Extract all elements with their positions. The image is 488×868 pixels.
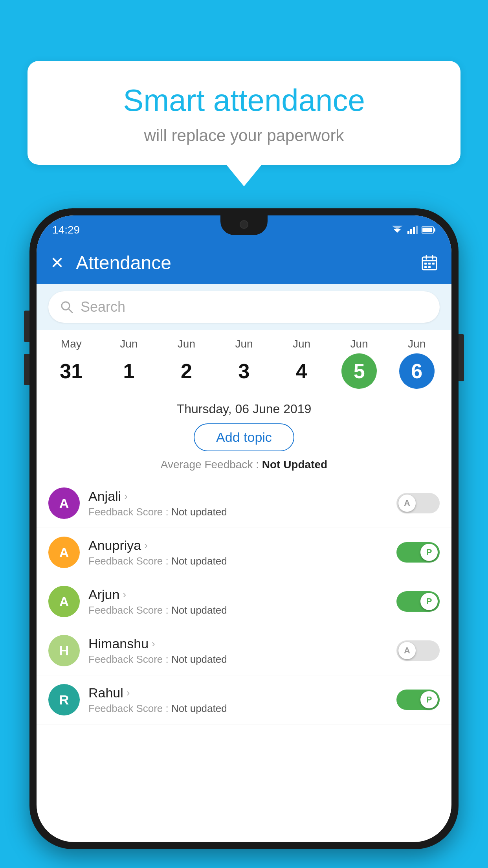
wifi-icon [391,226,404,234]
toggle-knob-3: A [398,642,416,659]
chevron-icon-1: › [144,539,148,552]
attendance-toggle-3[interactable]: A [396,640,440,661]
svg-line-19 [68,309,72,313]
toggle-knob-2: P [420,593,438,610]
add-topic-button[interactable]: Add topic [194,423,294,451]
calendar-icon[interactable] [421,254,438,271]
avg-feedback-value: Not Updated [262,458,327,471]
search-icon [60,300,73,314]
student-feedback-3: Feedback Score : Not updated [88,653,388,666]
phone-screen: 14:29 [37,215,451,842]
date-day-0: 31 [53,353,89,389]
svg-rect-15 [432,263,435,265]
student-feedback-1: Feedback Score : Not updated [88,555,388,567]
feedback-value-0: Not updated [171,506,227,518]
student-item-2[interactable]: AArjun ›Feedback Score : Not updatedP [37,577,451,626]
attendance-toggle-4[interactable]: P [396,690,440,710]
date-day-5: 5 [341,353,377,389]
svg-rect-4 [413,227,415,234]
speech-bubble: Smart attendance will replace your paper… [28,61,460,165]
attendance-toggle-1[interactable]: P [396,542,440,563]
chevron-icon-4: › [127,687,130,699]
svg-rect-3 [410,229,412,234]
svg-rect-5 [416,226,418,234]
search-bar[interactable]: Search [48,291,440,323]
avg-feedback: Average Feedback : Not Updated [48,458,440,471]
date-day-3: 3 [226,353,262,389]
date-month-0: May [61,338,82,350]
student-info-4: Rahul ›Feedback Score : Not updated [88,685,388,715]
battery-icon [422,226,436,234]
date-item-1[interactable]: Jun1 [111,338,147,389]
student-info-2: Arjun ›Feedback Score : Not updated [88,587,388,616]
chevron-icon-3: › [152,638,155,650]
date-month-1: Jun [120,338,138,350]
attendance-toggle-0[interactable]: A [396,493,440,513]
svg-rect-7 [434,228,435,232]
feedback-value-1: Not updated [171,555,227,567]
student-name-3: Himanshu › [88,636,388,651]
attendance-toggle-2[interactable]: P [396,591,440,612]
camera [240,220,248,229]
status-icons [391,226,436,234]
close-button[interactable]: ✕ [50,253,64,272]
date-item-2[interactable]: Jun2 [169,338,204,389]
student-feedback-0: Feedback Score : Not updated [88,506,388,518]
chevron-icon-2: › [123,588,126,601]
student-avatar-4: R [48,684,80,715]
date-strip: May31Jun1Jun2Jun3Jun4Jun5Jun6 [37,330,451,393]
student-avatar-0: A [48,487,80,519]
svg-marker-1 [392,226,403,230]
student-name-4: Rahul › [88,685,388,701]
feedback-value-2: Not updated [171,604,227,616]
feedback-value-3: Not updated [171,653,227,665]
student-item-0[interactable]: AAnjali ›Feedback Score : Not updatedA [37,479,451,528]
app-bar: ✕ Attendance [37,241,451,284]
student-list: AAnjali ›Feedback Score : Not updatedAAA… [37,479,451,725]
student-item-4[interactable]: RRahul ›Feedback Score : Not updatedP [37,675,451,725]
date-month-3: Jun [235,338,253,350]
student-item-3[interactable]: HHimanshu ›Feedback Score : Not updatedA [37,626,451,675]
student-item-1[interactable]: AAnupriya ›Feedback Score : Not updatedP [37,528,451,577]
date-item-3[interactable]: Jun3 [226,338,262,389]
date-month-4: Jun [293,338,310,350]
phone-outer: 14:29 [29,208,459,849]
date-day-2: 2 [169,353,204,389]
toggle-knob-4: P [420,691,438,708]
speech-bubble-title: Smart attendance [51,83,437,118]
date-item-0[interactable]: May31 [53,338,89,389]
student-avatar-1: A [48,537,80,568]
toggle-knob-1: P [420,544,438,561]
student-feedback-4: Feedback Score : Not updated [88,702,388,715]
date-month-6: Jun [408,338,426,350]
student-avatar-2: A [48,586,80,617]
search-input-placeholder: Search [81,299,125,315]
speech-bubble-container: Smart attendance will replace your paper… [28,61,460,186]
speech-bubble-subtitle: will replace your paperwork [51,126,437,145]
avg-feedback-label: Average Feedback : [161,458,262,471]
student-info-3: Himanshu ›Feedback Score : Not updated [88,636,388,666]
date-item-5[interactable]: Jun5 [341,338,377,389]
date-month-5: Jun [350,338,368,350]
search-bar-container: Search [37,284,451,330]
svg-rect-14 [428,263,431,265]
signal-icon [407,226,418,234]
phone-container: 14:29 [29,208,459,868]
feedback-value-4: Not updated [171,702,227,714]
date-day-6: 6 [399,353,435,389]
svg-rect-2 [407,231,409,234]
volume-up-button [24,311,29,342]
date-item-4[interactable]: Jun4 [284,338,319,389]
power-button [459,334,464,381]
student-avatar-3: H [48,635,80,666]
date-day-1: 1 [111,353,147,389]
chevron-icon-0: › [124,490,128,502]
student-info-1: Anupriya ›Feedback Score : Not updated [88,538,388,567]
app-title: Attendance [76,252,409,274]
date-day-4: 4 [284,353,319,389]
volume-down-button [24,354,29,385]
svg-rect-8 [422,228,432,232]
svg-rect-16 [424,266,427,268]
student-name-1: Anupriya › [88,538,388,553]
date-item-6[interactable]: Jun6 [399,338,435,389]
